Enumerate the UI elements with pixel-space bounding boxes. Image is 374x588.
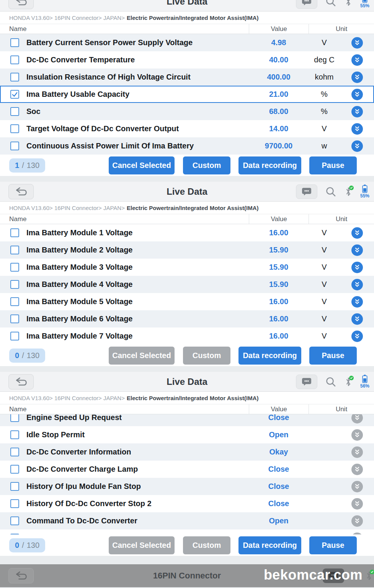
- expand-row-button[interactable]: [340, 72, 374, 83]
- chat-button[interactable]: [296, 184, 317, 199]
- row-checkbox[interactable]: [10, 246, 19, 254]
- table-row[interactable]: Ima Battery Module 2 Voltage 15.90 V: [0, 241, 374, 259]
- table-row[interactable]: Ima Battery Module 6 Voltage 16.00 V: [0, 310, 374, 327]
- table-row[interactable]: Ima Battery Module 4 Voltage 15.90 V: [0, 276, 374, 293]
- row-checkbox[interactable]: [10, 228, 19, 237]
- pause-button[interactable]: Pause: [309, 347, 357, 365]
- table-row[interactable]: History Of Dc-Dc Converter Stop 2 Close: [0, 495, 374, 512]
- bluetooth-status[interactable]: [344, 376, 353, 388]
- expand-row-button[interactable]: [340, 498, 374, 510]
- row-checkbox[interactable]: [10, 430, 19, 439]
- expand-row-button[interactable]: [340, 89, 374, 100]
- table-row[interactable]: Ima Battery Usable Capacity 21.00 %: [0, 86, 374, 103]
- pause-button[interactable]: Pause: [309, 536, 357, 554]
- table-row[interactable]: Ima Battery Module 5 Voltage 16.00 V: [0, 293, 374, 310]
- row-checkbox[interactable]: [10, 297, 19, 306]
- expand-row-button[interactable]: [340, 414, 374, 423]
- chat-button[interactable]: [296, 0, 317, 9]
- chevron-double-down-icon: [351, 244, 363, 256]
- table-row[interactable]: Dc-Dc Converter Information Okay: [0, 443, 374, 461]
- expand-row-button[interactable]: [340, 464, 374, 475]
- table-row[interactable]: Idle Stop Permit Open: [0, 426, 374, 443]
- expand-row-button[interactable]: [340, 446, 374, 458]
- expand-row-button[interactable]: [340, 313, 374, 325]
- table-row[interactable]: Soc 68.00 %: [0, 103, 374, 120]
- row-checkbox[interactable]: [10, 38, 19, 47]
- chevron-double-down-icon: [351, 533, 363, 535]
- custom-button[interactable]: Custom: [183, 536, 230, 554]
- row-checkbox[interactable]: [10, 516, 19, 525]
- bluetooth-connected-badge: [349, 186, 354, 190]
- table-row[interactable]: Battery Current Sensor Power Supply Volt…: [0, 34, 374, 51]
- table-row[interactable]: Ima Battery Module 1 Voltage 16.00 V: [0, 224, 374, 241]
- selected-count-badge: 0 / 130: [9, 538, 45, 552]
- cancel-selected-button[interactable]: Cancel Selected: [109, 156, 175, 174]
- table-row[interactable]: Insulation Resistance Of High Voltage Ci…: [0, 68, 374, 86]
- bluetooth-status[interactable]: [344, 0, 353, 7]
- expand-row-button[interactable]: [340, 54, 374, 66]
- expand-row-button[interactable]: [340, 106, 374, 117]
- back-button[interactable]: [8, 0, 34, 9]
- data-recording-button[interactable]: Data recording: [238, 156, 301, 174]
- expand-row-button[interactable]: [340, 37, 374, 49]
- back-button[interactable]: [8, 568, 34, 583]
- row-checkbox[interactable]: [10, 534, 19, 534]
- chat-button[interactable]: [296, 375, 317, 389]
- table-row[interactable]: Dc-Dc Converter Temperature 40.00 deg C: [0, 51, 374, 68]
- chat-icon: [301, 377, 312, 387]
- row-name: Command To Dc-Dc Converter: [19, 516, 249, 525]
- bluetooth-icon: [345, 0, 351, 7]
- table-row[interactable]: Target Voltage Of Dc-Dc Converter Output…: [0, 120, 374, 137]
- custom-button[interactable]: Custom: [183, 156, 230, 174]
- expand-row-button[interactable]: [340, 481, 374, 492]
- row-checkbox[interactable]: [10, 414, 19, 422]
- row-checkbox[interactable]: [10, 499, 19, 508]
- search-button[interactable]: [325, 186, 336, 197]
- pause-button[interactable]: Pause: [309, 156, 357, 174]
- expand-row-button[interactable]: [340, 296, 374, 308]
- data-recording-button[interactable]: Data recording: [238, 347, 301, 365]
- search-button[interactable]: [325, 0, 336, 7]
- row-checkbox[interactable]: [10, 124, 19, 133]
- table-row[interactable]: [0, 529, 374, 534]
- expand-row-button[interactable]: [340, 227, 374, 239]
- expand-row-button[interactable]: [340, 429, 374, 441]
- custom-button[interactable]: Custom: [183, 347, 230, 365]
- table-row[interactable]: Continuous Assist Power Limit Of Ima Bat…: [0, 137, 374, 155]
- back-button[interactable]: [8, 374, 34, 389]
- row-checkbox[interactable]: [10, 482, 19, 491]
- chevron-double-down-icon: [351, 296, 363, 308]
- expand-row-button[interactable]: [340, 140, 374, 152]
- row-checkbox[interactable]: [10, 107, 19, 116]
- table-row[interactable]: Ima Battery Module 7 Voltage 16.00 V: [0, 327, 374, 345]
- data-recording-button[interactable]: Data recording: [238, 536, 301, 554]
- back-button[interactable]: [8, 184, 34, 199]
- cancel-selected-button[interactable]: Cancel Selected: [109, 347, 175, 365]
- bluetooth-status[interactable]: [344, 186, 353, 197]
- expand-row-button[interactable]: [340, 123, 374, 135]
- row-checkbox[interactable]: [10, 73, 19, 81]
- row-checkbox[interactable]: [10, 55, 19, 64]
- table-row[interactable]: Command To Dc-Dc Converter Open: [0, 512, 374, 529]
- search-button[interactable]: [325, 376, 336, 388]
- row-checkbox[interactable]: [10, 280, 19, 289]
- table-row[interactable]: Ima Battery Module 3 Voltage 15.90 V: [0, 259, 374, 276]
- row-checkbox[interactable]: [10, 448, 19, 456]
- row-checkbox[interactable]: [10, 142, 19, 150]
- row-checkbox[interactable]: [10, 465, 19, 474]
- table-row[interactable]: Dc-Dc Converter Charge Lamp Close: [0, 461, 374, 478]
- row-checkbox[interactable]: [10, 263, 19, 272]
- expand-row-button[interactable]: [340, 331, 374, 342]
- cancel-selected-button[interactable]: Cancel Selected: [109, 536, 175, 554]
- row-checkbox[interactable]: [10, 314, 19, 323]
- expand-row-button[interactable]: [340, 279, 374, 290]
- expand-row-button[interactable]: [340, 515, 374, 527]
- chevron-double-down-icon: [351, 106, 363, 117]
- expand-row-button[interactable]: [340, 262, 374, 273]
- row-checkbox[interactable]: [10, 90, 19, 99]
- row-checkbox[interactable]: [10, 332, 19, 340]
- table-row[interactable]: History Of Ipu Module Fan Stop Close: [0, 478, 374, 495]
- expand-row-button[interactable]: [340, 533, 374, 535]
- expand-row-button[interactable]: [340, 244, 374, 256]
- table-row[interactable]: Engine Speed Up Request Close: [0, 414, 374, 426]
